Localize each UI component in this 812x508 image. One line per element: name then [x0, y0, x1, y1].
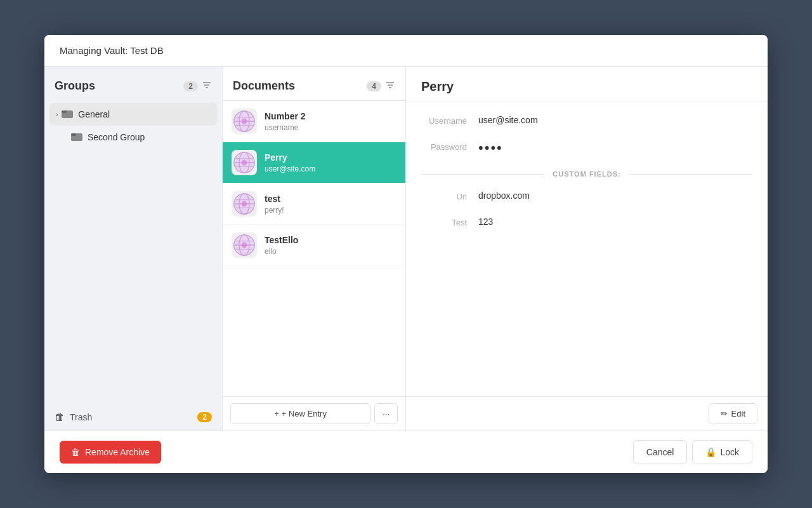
- documents-panel-header: Documents 4: [223, 67, 405, 101]
- documents-panel: Documents 4: [222, 67, 406, 431]
- groups-footer: 🗑 Trash 2: [44, 404, 222, 431]
- doc-info-perry: Perry user@site.com: [265, 152, 396, 173]
- doc-info-testello: TestEllo ello: [265, 234, 396, 256]
- detail-header: Perry: [406, 67, 768, 102]
- field-label-password: Password: [421, 141, 478, 152]
- field-row-password: Password ••••: [421, 141, 752, 155]
- svg-point-33: [242, 243, 247, 248]
- doc-name-perry: Perry: [265, 152, 396, 163]
- field-row-username: Username user@site.com: [421, 115, 752, 126]
- folder-icon: [62, 108, 73, 121]
- detail-footer: ✏ Edit: [406, 396, 768, 431]
- groups-panel: Groups 2 ›: [44, 67, 222, 431]
- detail-panel: Perry Username user@site.com Password ••…: [406, 67, 768, 431]
- trash-icon-footer: 🗑: [71, 447, 80, 457]
- custom-fields-divider: CUSTOM FIELDS:: [421, 170, 752, 178]
- trash-item[interactable]: 🗑 Trash: [55, 411, 197, 423]
- detail-title: Perry: [421, 79, 454, 93]
- modal-body: Groups 2 ›: [44, 67, 768, 431]
- doc-sub-test: perry!: [265, 206, 396, 215]
- svg-point-15: [242, 119, 247, 124]
- group-item-second[interactable]: Second Group: [49, 126, 217, 149]
- lock-label: Lock: [720, 447, 739, 457]
- documents-badge: 4: [367, 81, 381, 91]
- field-label-test: Test: [421, 217, 478, 227]
- trash-badge: 2: [197, 412, 212, 422]
- plus-icon: +: [274, 409, 279, 418]
- doc-avatar-number2: [232, 109, 257, 134]
- group-label-general: General: [78, 109, 211, 119]
- divider-right: [629, 174, 752, 175]
- doc-item-number2[interactable]: Number 2 username: [223, 101, 405, 142]
- folder-icon-second: [71, 131, 82, 144]
- doc-info-test: test perry!: [265, 193, 396, 215]
- trash-label: Trash: [70, 412, 92, 422]
- more-icon: ···: [383, 409, 390, 418]
- docs-footer: + + New Entry ···: [223, 396, 405, 431]
- edit-label: Edit: [731, 409, 745, 418]
- modal-header: Managing Vault: Test DB: [44, 35, 768, 67]
- pencil-icon: ✏: [721, 409, 728, 418]
- field-value-test: 123: [478, 217, 493, 227]
- doc-item-test[interactable]: test perry!: [223, 184, 405, 225]
- doc-avatar-perry: [232, 150, 257, 175]
- doc-name-number2: Number 2: [265, 110, 396, 122]
- doc-avatar-testello: [232, 232, 257, 258]
- doc-item-perry[interactable]: Perry user@site.com: [223, 142, 405, 184]
- doc-info-number2: Number 2 username: [265, 110, 396, 132]
- doc-item-testello[interactable]: TestEllo ello: [223, 225, 405, 266]
- field-value-password: ••••: [478, 141, 503, 155]
- doc-name-test: test: [265, 193, 396, 204]
- detail-body: Username user@site.com Password •••• CUS…: [406, 102, 768, 396]
- svg-rect-4: [62, 110, 67, 113]
- groups-title: Groups: [55, 79, 183, 93]
- documents-filter-icon[interactable]: [385, 80, 395, 92]
- group-label-second: Second Group: [88, 132, 211, 142]
- remove-archive-label: Remove Archive: [85, 447, 150, 457]
- lock-button[interactable]: 🔒 Lock: [692, 440, 752, 464]
- lock-icon: 🔒: [705, 447, 716, 457]
- custom-fields-label: CUSTOM FIELDS:: [553, 170, 620, 178]
- field-value-username: user@site.com: [478, 115, 538, 125]
- new-entry-label: + New Entry: [282, 409, 327, 418]
- doc-sub-perry: user@site.com: [265, 164, 396, 173]
- field-label-url: Url: [421, 190, 478, 201]
- doc-sub-testello: ello: [265, 247, 396, 256]
- svg-rect-6: [71, 133, 76, 136]
- modal-footer: 🗑 Remove Archive Cancel 🔒 Lock: [44, 431, 768, 473]
- field-row-url: Url dropbox.com: [421, 190, 752, 201]
- field-row-test: Test 123: [421, 217, 752, 227]
- modal-title: Managing Vault: Test DB: [60, 45, 164, 56]
- group-item-general[interactable]: › General: [49, 103, 217, 126]
- divider-left: [421, 174, 545, 175]
- field-label-username: Username: [421, 115, 478, 126]
- modal-window: Managing Vault: Test DB Groups 2 ›: [44, 35, 768, 473]
- svg-point-27: [242, 201, 247, 207]
- groups-list: › General: [44, 100, 222, 404]
- more-options-button[interactable]: ···: [374, 403, 398, 424]
- new-entry-button[interactable]: + + New Entry: [230, 403, 370, 424]
- documents-title: Documents: [233, 79, 367, 93]
- edit-button[interactable]: ✏ Edit: [709, 403, 757, 424]
- doc-name-testello: TestEllo: [265, 234, 396, 246]
- remove-archive-button[interactable]: 🗑 Remove Archive: [60, 441, 161, 464]
- cancel-label: Cancel: [646, 447, 674, 457]
- groups-badge: 2: [183, 81, 198, 91]
- groups-filter-icon[interactable]: [202, 80, 212, 92]
- chevron-right-icon: ›: [56, 111, 58, 118]
- doc-sub-number2: username: [265, 123, 396, 132]
- doc-avatar-test: [232, 191, 257, 217]
- docs-list: Number 2 username: [223, 101, 405, 396]
- cancel-button[interactable]: Cancel: [633, 440, 688, 464]
- field-value-url: dropbox.com: [478, 190, 530, 201]
- svg-point-21: [242, 160, 247, 166]
- trash-icon: 🗑: [55, 411, 65, 423]
- groups-panel-header: Groups 2: [44, 79, 222, 100]
